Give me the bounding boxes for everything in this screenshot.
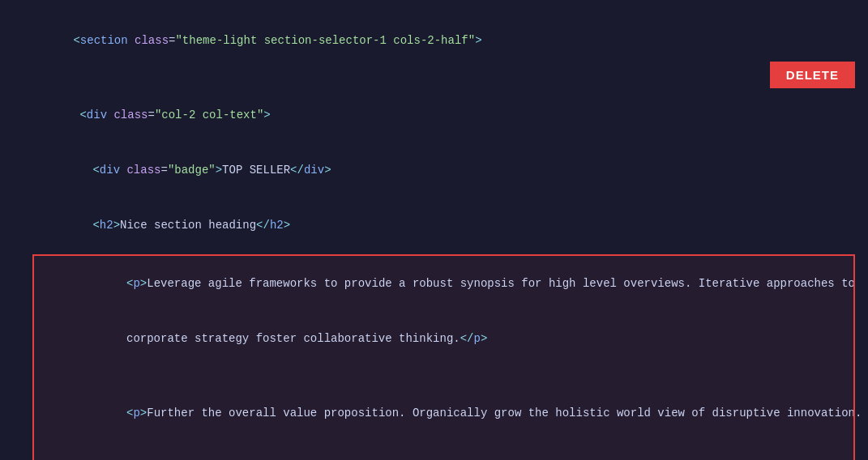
attr: class (113, 109, 148, 121)
bracket: > (481, 332, 487, 345)
tag: div (304, 164, 324, 177)
bracket: < (92, 219, 99, 232)
line-content: corporate strategy foster collaborative … (32, 312, 855, 365)
equals: = (160, 164, 167, 177)
line-content: <h2>Nice section heading</h2> (26, 198, 868, 252)
text (128, 34, 135, 47)
tag: div (87, 109, 107, 121)
bracket: > (113, 219, 120, 232)
code-line-5: <h2>Nice section heading</h2> (0, 198, 868, 253)
bracket: < (92, 164, 99, 177)
bracket: > (284, 219, 290, 232)
line-content: <div class="badge">TOP SELLER</div> (26, 143, 868, 197)
text: corporate strategy foster collaborative … (126, 332, 460, 345)
bracket: > (140, 407, 147, 420)
bracket: > (140, 277, 147, 290)
delete-button[interactable]: DELETE (770, 62, 855, 88)
code-line-2 (0, 68, 868, 87)
tag: p (133, 407, 139, 420)
line-content: <p>Further the overall value proposition… (32, 386, 862, 440)
bracket: > (475, 34, 481, 47)
highlight-line-1: <p>Leverage agile frameworks to provide … (32, 256, 855, 311)
text: Further the overall value proposition. O… (147, 407, 862, 420)
highlight-border-right (853, 254, 855, 460)
bracket: > (216, 164, 222, 177)
line-content (26, 69, 868, 87)
tag: div (100, 164, 120, 177)
bracket: > (263, 109, 270, 121)
highlight-border-left (32, 254, 34, 460)
code-line-3: <div class="col-2 col-text"> (0, 87, 868, 143)
code-line-1: <section class="theme-light section-sele… (0, 13, 868, 68)
code-editor: DELETE <section class="theme-light secti… (0, 0, 868, 460)
tag: h2 (100, 219, 113, 232)
tag: section (80, 34, 128, 47)
string: "col-2 col-text" (155, 109, 263, 121)
line-content: <section class="theme-light section-sele… (26, 14, 868, 67)
bracket: </ (290, 164, 304, 177)
bracket: </ (256, 219, 270, 232)
line-content (32, 367, 855, 385)
line-content: <p>Leverage agile frameworks to provide … (32, 257, 855, 310)
attr: class (135, 34, 169, 47)
bracket: </ (460, 332, 474, 345)
text: TOP SELLER (222, 164, 290, 177)
line-content: <div class="col-2 col-text"> (26, 88, 868, 142)
highlight-line-5: Identify a ballpark value added activity… (32, 441, 855, 460)
text: Nice section heading (120, 219, 256, 232)
highlighted-region: <p>Leverage agile frameworks to provide … (0, 254, 868, 460)
tag: p (474, 332, 481, 345)
tag: p (133, 277, 139, 290)
code-line-4: <div class="badge">TOP SELLER</div> (0, 143, 868, 198)
attr: class (126, 164, 160, 177)
string: "theme-light section-selector-1 cols-2-h… (175, 34, 475, 47)
line-content: Identify a ballpark value added activity… (32, 441, 855, 460)
highlight-line-4: <p>Further the overall value proposition… (32, 385, 855, 441)
bracket: < (79, 109, 86, 121)
text: Leverage agile frameworks to provide a r… (147, 277, 855, 290)
bracket: < (73, 34, 79, 47)
string: "badge" (168, 164, 216, 177)
highlight-line-3 (32, 366, 855, 385)
highlight-line-2: corporate strategy foster collaborative … (32, 311, 855, 366)
tag: h2 (270, 219, 284, 232)
highlight-border-top (32, 254, 855, 256)
equals: = (148, 109, 154, 121)
bracket: > (324, 164, 331, 177)
